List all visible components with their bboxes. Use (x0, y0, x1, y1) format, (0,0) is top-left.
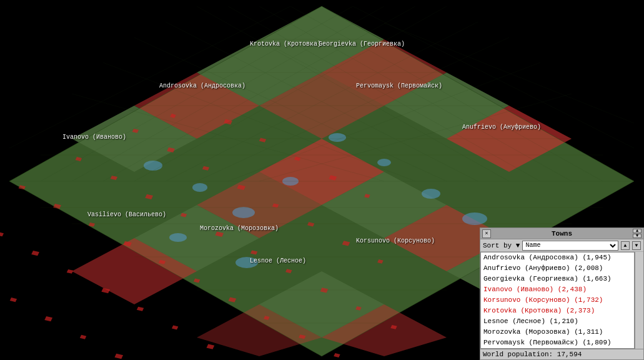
panel-arrow-down[interactable]: ▼ (633, 234, 642, 238)
town-label-korsunovo: Korsunovo (Корсуново) (356, 238, 435, 244)
town-label-anufrievo: Anufrievo (Ануфриево) (462, 124, 541, 131)
svg-point-74 (232, 207, 255, 218)
towns-panel: × Towns ▲ ▼ Sort by ▼ Name Population ▲ … (480, 228, 644, 360)
svg-point-79 (462, 212, 487, 225)
sort-scroll-up[interactable]: ▲ (621, 241, 630, 250)
panel-scrollbar[interactable] (635, 252, 643, 349)
panel-titlebar: × Towns ▲ ▼ (480, 228, 643, 239)
list-item[interactable]: Korsunovo (Корсуново) (1,732) (481, 295, 634, 306)
town-label-ivanovo: Ivanovo (Иваново) (62, 134, 126, 141)
panel-arrow-up[interactable]: ▲ (633, 229, 642, 233)
svg-point-72 (144, 161, 162, 171)
list-item[interactable]: Ivanovo (Иваново) (2,438) (481, 284, 634, 295)
svg-point-73 (192, 183, 207, 192)
town-label-androsovka: Androsovka (Андросовка) (159, 82, 245, 89)
list-item[interactable]: Lesnoe (Лесное) (1,210) (481, 316, 634, 327)
panel-sortbar: Sort by ▼ Name Population ▲ ▼ (480, 239, 643, 252)
svg-point-77 (377, 159, 391, 166)
panel-footer: World population: 17,594 (480, 349, 643, 359)
panel-content-row: Androsovka (Андросовка) (1,945)Anufrievo… (480, 252, 643, 349)
list-item[interactable]: Anufrievo (Ануфриево) (2,008) (481, 263, 634, 274)
panel-list-wrap: Androsovka (Андросовка) (1,945)Anufrievo… (480, 252, 635, 349)
sort-by-label: Sort by ▼ (483, 242, 520, 249)
list-item[interactable]: Pervomaysk (Первомайск) (1,809) (481, 338, 634, 348)
list-item[interactable]: Morozovka (Морозовка) (1,311) (481, 327, 634, 338)
panel-resize-arrows: ▲ ▼ (633, 229, 642, 238)
sort-scroll-down[interactable]: ▼ (632, 241, 641, 250)
panel-title: Towns (491, 230, 633, 238)
list-item[interactable]: Georgievka (Георгиевка) (1,663) (481, 274, 634, 284)
sort-select[interactable]: Name Population (522, 241, 618, 251)
town-label-morozovka: Morozovka (Морозовка) (200, 225, 279, 232)
town-label-lesnoe: Lesnoe (Лесное) (250, 258, 306, 264)
town-label-georgievka: Georgievka (Георгиевка) (319, 41, 405, 48)
town-label-pervomaysk: Pervomaysk (Первомайск) (356, 82, 442, 89)
svg-point-82 (169, 233, 187, 242)
list-item[interactable]: Krotovka (Кротовка) (2,373) (481, 306, 634, 316)
town-label-krotovka: Krotovka (Кротовка) (250, 41, 321, 48)
panel-close-button[interactable]: × (482, 229, 491, 238)
town-label-vasilievo: Vasilievo (Васильево) (87, 211, 166, 218)
towns-list: Androsovka (Андросовка) (1,945)Anufrievo… (480, 252, 635, 349)
svg-point-78 (422, 189, 440, 199)
list-item[interactable]: Androsovka (Андросовка) (1,945) (481, 252, 634, 263)
